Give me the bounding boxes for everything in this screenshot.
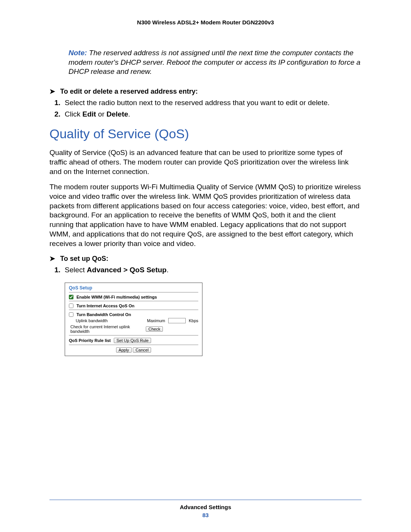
page-footer: Advanced Settings 83 bbox=[0, 500, 411, 518]
edit-label: Edit bbox=[82, 110, 96, 118]
enable-wmm-label: Enable WMM (Wi-Fi multimedia) settings bbox=[76, 295, 157, 299]
rule-list-row: QoS Priority Rule list Set Up QoS Rule bbox=[69, 338, 198, 343]
qos-setup-panel: QoS Setup Enable WMM (Wi-Fi multimedia) … bbox=[65, 283, 202, 356]
step-2-text: Click bbox=[65, 110, 82, 118]
uplink-bandwidth-label: Uplink bandwidth bbox=[76, 318, 144, 323]
page-number: 83 bbox=[0, 512, 411, 518]
divider bbox=[69, 301, 198, 301]
section-title-qos: Quality of Service (QoS) bbox=[49, 126, 362, 141]
procedure-title: To edit or delete a reserved address ent… bbox=[60, 88, 198, 95]
chevron-right-icon: ➤ bbox=[49, 87, 60, 96]
procedure-heading-edit-delete: ➤To edit or delete a reserved address en… bbox=[49, 87, 362, 96]
step-2: Click Edit or Delete. bbox=[62, 109, 362, 119]
divider bbox=[69, 292, 198, 292]
internet-qos-row: Turn Internet Access QoS On bbox=[69, 304, 198, 308]
divider bbox=[69, 345, 198, 345]
footer-divider bbox=[49, 500, 362, 500]
step-1-pre: Select bbox=[65, 266, 87, 274]
panel-button-row: Apply Cancel bbox=[69, 347, 198, 353]
divider bbox=[69, 310, 198, 310]
uplink-bandwidth-row: Uplink bandwidth Maximum Kbps bbox=[76, 318, 198, 323]
paragraph-1: Quality of Service (QoS) is an advanced … bbox=[49, 148, 362, 176]
step-2-post: . bbox=[128, 110, 130, 118]
check-button[interactable]: Check bbox=[146, 326, 163, 332]
enable-wmm-checkbox[interactable] bbox=[69, 295, 73, 299]
procedure-steps: Select Advanced > QoS Setup. bbox=[52, 265, 362, 275]
bandwidth-control-row: Turn Bandwidth Control On bbox=[69, 312, 198, 317]
panel-title: QoS Setup bbox=[69, 285, 198, 291]
note-block: Note: The reserved address is not assign… bbox=[68, 48, 362, 77]
procedure-heading-setup-qos: ➤To set up QoS: bbox=[49, 254, 362, 263]
enable-wmm-row: Enable WMM (Wi-Fi multimedia) settings bbox=[69, 295, 198, 299]
setup-qos-rule-button[interactable]: Set Up QoS Rule bbox=[114, 338, 151, 343]
step-1: Select Advanced > QoS Setup. bbox=[62, 265, 362, 275]
bandwidth-control-label: Turn Bandwidth Control On bbox=[76, 312, 131, 317]
uplink-unit-label: Kbps bbox=[189, 318, 198, 323]
paragraph-2: The modem router supports Wi-Fi Multimed… bbox=[49, 182, 362, 248]
apply-button[interactable]: Apply bbox=[116, 347, 132, 353]
step-1: Select the radio button next to the rese… bbox=[62, 98, 362, 108]
note-label: Note: bbox=[68, 49, 87, 57]
procedure-steps: Select the radio button next to the rese… bbox=[52, 98, 362, 119]
check-uplink-label: Check for current Internet uplink bandwi… bbox=[70, 324, 143, 334]
doc-header: N300 Wireless ADSL2+ Modem Router DGN220… bbox=[49, 19, 362, 26]
uplink-bandwidth-input[interactable] bbox=[168, 318, 186, 323]
check-uplink-row: Check for current Internet uplink bandwi… bbox=[70, 324, 198, 334]
step-1-post: . bbox=[167, 266, 169, 274]
procedure-title: To set up QoS: bbox=[60, 255, 108, 262]
step-2-mid: or bbox=[96, 110, 106, 118]
cancel-button[interactable]: Cancel bbox=[133, 347, 151, 353]
uplink-max-label: Maximum bbox=[147, 318, 165, 323]
nav-path: Advanced > QoS Setup bbox=[87, 266, 167, 274]
internet-qos-checkbox[interactable] bbox=[69, 304, 73, 308]
internet-qos-label: Turn Internet Access QoS On bbox=[76, 304, 134, 308]
divider bbox=[69, 335, 198, 335]
rule-list-label: QoS Priority Rule list bbox=[69, 338, 111, 343]
footer-section: Advanced Settings bbox=[0, 504, 411, 510]
note-text: The reserved address is not assigned unt… bbox=[68, 49, 360, 75]
bandwidth-control-checkbox[interactable] bbox=[69, 312, 73, 317]
delete-label: Delete bbox=[107, 110, 128, 118]
chevron-right-icon: ➤ bbox=[49, 254, 60, 263]
